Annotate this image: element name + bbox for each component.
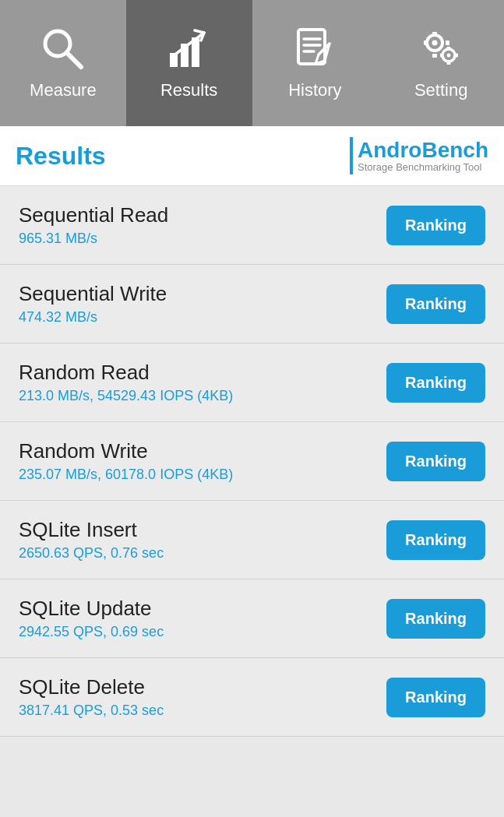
nav-history-label: History — [288, 80, 341, 100]
result-value: 235.07 MB/s, 60178.0 IOPS (4KB) — [19, 467, 233, 483]
nav-results-label: Results — [160, 80, 217, 100]
result-item: Random Write 235.07 MB/s, 60178.0 IOPS (… — [0, 422, 504, 501]
result-info: Sequential Write 474.32 MB/s — [19, 282, 167, 326]
svg-rect-22 — [455, 54, 458, 58]
result-item: SQLite Update 2942.55 QPS, 0.69 sec Rank… — [0, 579, 504, 658]
header: Results AndroBench Storage Benchmarking … — [0, 126, 504, 186]
ranking-button[interactable]: Ranking — [386, 206, 485, 245]
result-value: 474.32 MB/s — [19, 309, 167, 326]
svg-point-12 — [432, 40, 438, 46]
nav-bar: Measure Results — [0, 0, 504, 126]
nav-item-history[interactable]: History — [252, 0, 379, 126]
ranking-button[interactable]: Ranking — [386, 284, 485, 324]
logo-sub: Storage Benchmarking Tool — [358, 161, 488, 173]
result-item: SQLite Delete 3817.41 QPS, 0.53 sec Rank… — [0, 658, 504, 737]
nav-item-measure[interactable]: Measure — [0, 0, 126, 126]
svg-rect-6 — [298, 30, 325, 64]
logo: AndroBench Storage Benchmarking Tool — [350, 137, 488, 174]
result-value: 965.31 MB/s — [19, 231, 168, 247]
svg-rect-15 — [424, 40, 428, 45]
logo-brand-blue: Bench — [421, 138, 488, 162]
result-item: Sequential Write 474.32 MB/s Ranking — [0, 265, 504, 343]
result-name: Random Read — [19, 361, 233, 385]
result-item: SQLite Insert 2650.63 QPS, 0.76 sec Rank… — [0, 501, 504, 579]
result-value: 2650.63 QPS, 0.76 sec — [19, 545, 164, 562]
result-info: SQLite Insert 2650.63 QPS, 0.76 sec — [19, 518, 164, 562]
result-info: SQLite Delete 3817.41 QPS, 0.53 sec — [19, 675, 164, 719]
result-value: 3817.41 QPS, 0.53 sec — [19, 703, 164, 719]
nav-setting-label: Setting — [414, 80, 468, 100]
svg-rect-16 — [446, 40, 449, 45]
ranking-button[interactable]: Ranking — [386, 442, 485, 481]
svg-rect-13 — [432, 32, 437, 36]
svg-rect-19 — [447, 47, 451, 50]
results-icon — [166, 26, 213, 72]
result-info: Random Write 235.07 MB/s, 60178.0 IOPS (… — [19, 439, 233, 483]
result-info: Random Read 213.0 MB/s, 54529.43 IOPS (4… — [19, 361, 233, 404]
ranking-button[interactable]: Ranking — [386, 678, 485, 717]
ranking-button[interactable]: Ranking — [386, 599, 485, 639]
result-name: Sequential Read — [19, 203, 168, 227]
history-icon — [291, 26, 338, 72]
ranking-button[interactable]: Ranking — [386, 520, 485, 560]
nav-item-results[interactable]: Results — [126, 0, 252, 126]
logo-brand-dark: Andro — [358, 138, 421, 162]
svg-rect-14 — [432, 54, 437, 58]
result-info: SQLite Update 2942.55 QPS, 0.69 sec — [19, 597, 164, 640]
result-name: Sequential Write — [19, 282, 167, 306]
result-name: SQLite Update — [19, 597, 164, 621]
svg-point-18 — [447, 54, 451, 58]
nav-measure-label: Measure — [30, 80, 97, 100]
result-value: 213.0 MB/s, 54529.43 IOPS (4KB) — [19, 388, 233, 404]
result-name: Random Write — [19, 439, 233, 463]
result-name: SQLite Delete — [19, 675, 164, 699]
svg-rect-21 — [440, 54, 443, 58]
svg-line-1 — [67, 53, 81, 67]
result-item: Sequential Read 965.31 MB/s Ranking — [0, 186, 504, 265]
results-list: Sequential Read 965.31 MB/s Ranking Sequ… — [0, 186, 504, 737]
result-name: SQLite Insert — [19, 518, 164, 542]
setting-icon — [418, 26, 464, 72]
logo-brand: AndroBench — [358, 139, 488, 161]
svg-rect-20 — [447, 62, 451, 65]
logo-bar — [350, 137, 353, 174]
measure-icon — [40, 26, 86, 72]
logo-text: AndroBench Storage Benchmarking Tool — [358, 139, 488, 173]
result-info: Sequential Read 965.31 MB/s — [19, 203, 168, 247]
nav-item-setting[interactable]: Setting — [378, 0, 504, 126]
ranking-button[interactable]: Ranking — [386, 363, 485, 403]
result-value: 2942.55 QPS, 0.69 sec — [19, 624, 164, 640]
result-item: Random Read 213.0 MB/s, 54529.43 IOPS (4… — [0, 343, 504, 422]
page-title: Results — [16, 142, 106, 171]
